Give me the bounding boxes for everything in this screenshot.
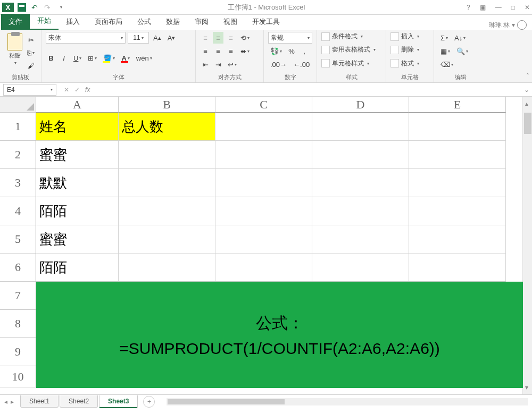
cell-E3[interactable] <box>409 169 506 197</box>
qat-customize-icon[interactable]: ▾ <box>56 3 66 12</box>
increase-decimal-icon[interactable]: .00→ <box>268 59 289 71</box>
merge-icon[interactable]: ⬌▾ <box>238 45 252 57</box>
tab-data[interactable]: 数据 <box>159 14 187 30</box>
expand-formula-bar-icon[interactable]: ⌄ <box>521 86 532 94</box>
tab-developer[interactable]: 开发工具 <box>245 14 287 30</box>
cell-D3[interactable] <box>312 169 409 197</box>
cut-icon[interactable]: ✂ <box>25 34 37 46</box>
vertical-scroll-thumb[interactable] <box>524 113 531 134</box>
font-size-combo[interactable]: 11▾ <box>128 32 149 44</box>
cell-D5[interactable] <box>312 225 409 254</box>
cell-B2[interactable] <box>119 141 215 169</box>
find-select-icon[interactable]: 🔍▾ <box>454 45 470 57</box>
cell-C1[interactable] <box>215 113 312 141</box>
cell-A5[interactable]: 蜜蜜 <box>36 225 119 254</box>
col-header-D[interactable]: D <box>312 97 409 113</box>
bold-button[interactable]: B <box>46 52 56 64</box>
decrease-indent-icon[interactable]: ⇤ <box>200 59 211 71</box>
conditional-formatting-button[interactable]: 条件格式▾ <box>321 32 381 41</box>
italic-button[interactable]: I <box>59 52 69 64</box>
cell-C6[interactable] <box>215 254 312 282</box>
col-header-C[interactable]: C <box>215 97 312 113</box>
sheet-nav-prev-icon[interactable]: ◂ <box>4 398 7 405</box>
align-left-icon[interactable]: ≡ <box>200 45 211 57</box>
align-middle-icon[interactable]: ≡ <box>213 32 223 44</box>
sheet-tab-sheet2[interactable]: Sheet2 <box>60 395 98 408</box>
increase-indent-icon[interactable]: ⇥ <box>213 59 223 71</box>
cell-A6[interactable]: 陌陌 <box>36 254 119 282</box>
tab-review[interactable]: 审阅 <box>187 14 216 30</box>
format-as-table-button[interactable]: 套用表格格式▾ <box>321 45 381 54</box>
cell-E5[interactable] <box>409 225 506 254</box>
sheet-tab-sheet1[interactable]: Sheet1 <box>20 395 59 408</box>
cell-A3[interactable]: 默默 <box>36 169 119 197</box>
row-header-9[interactable]: 9 <box>0 338 36 366</box>
number-format-combo[interactable]: 常规▾ <box>268 32 312 44</box>
tab-view[interactable]: 视图 <box>216 14 245 30</box>
sheet-nav-next-icon[interactable]: ▸ <box>11 398 14 405</box>
help-icon[interactable]: ? <box>467 4 470 11</box>
fill-color-button[interactable]: 🪣▾ <box>101 52 117 64</box>
cell-D1[interactable] <box>312 113 409 141</box>
cancel-formula-icon[interactable]: ✕ <box>64 86 69 94</box>
tab-insert[interactable]: 插入 <box>59 14 87 30</box>
font-name-combo[interactable]: 宋体▾ <box>46 32 126 44</box>
add-sheet-button[interactable]: + <box>143 396 155 408</box>
scroll-up-icon[interactable]: ▴ <box>525 100 528 107</box>
tab-home[interactable]: 开始 <box>30 13 59 30</box>
decrease-font-icon[interactable]: A▾ <box>165 32 178 44</box>
undo-icon[interactable]: ↶ <box>30 3 39 12</box>
increase-font-icon[interactable]: A▴ <box>151 32 163 44</box>
formula-input[interactable] <box>94 84 521 96</box>
row-header-3[interactable]: 3 <box>0 169 36 197</box>
col-header-B[interactable]: B <box>119 97 215 113</box>
collapse-ribbon-icon[interactable]: ˆ <box>527 73 529 80</box>
minimize-icon[interactable]: — <box>495 4 502 11</box>
row-header-8[interactable]: 8 <box>0 310 36 338</box>
cell-A4[interactable]: 陌陌 <box>36 197 119 225</box>
cell-D6[interactable] <box>312 254 409 282</box>
border-button[interactable]: ⊞▾ <box>86 52 99 64</box>
cell-B1[interactable]: 总人数 <box>119 113 215 141</box>
sheet-tab-sheet3[interactable]: Sheet3 <box>99 395 138 408</box>
format-cells-button[interactable]: 格式▾ <box>390 59 429 68</box>
account-user[interactable]: 琳琳 林 ▾ <box>489 20 527 30</box>
cell-D2[interactable] <box>312 141 409 169</box>
col-header-A[interactable]: A <box>36 97 119 113</box>
name-box[interactable]: E4▾ <box>3 84 56 96</box>
cell-E1[interactable] <box>409 113 506 141</box>
vertical-scrollbar[interactable]: ▴ ▾ <box>522 97 532 394</box>
paste-button[interactable]: 粘贴 ▾ <box>4 32 25 67</box>
cell-E6[interactable] <box>409 254 506 282</box>
cell-C4[interactable] <box>215 197 312 225</box>
row-header-10[interactable]: 10 <box>0 366 36 387</box>
row-header-2[interactable]: 2 <box>0 141 36 169</box>
row-header-6[interactable]: 6 <box>0 254 36 282</box>
enter-formula-icon[interactable]: ✓ <box>74 86 80 94</box>
phonetic-button[interactable]: wén▾ <box>134 52 154 64</box>
close-icon[interactable]: ✕ <box>525 4 530 11</box>
format-painter-icon[interactable]: 🖌 <box>25 60 37 71</box>
decrease-decimal-icon[interactable]: ←.00 <box>291 59 312 71</box>
row-header-4[interactable]: 4 <box>0 197 36 225</box>
redo-icon[interactable]: ↷ <box>43 3 52 12</box>
comma-icon[interactable]: , <box>299 45 310 57</box>
cell-C2[interactable] <box>215 141 312 169</box>
accounting-format-icon[interactable]: 💱▾ <box>268 45 284 57</box>
ribbon-options-icon[interactable]: ▣ <box>480 4 486 11</box>
horizontal-scrollbar[interactable] <box>167 398 528 405</box>
sort-filter-icon[interactable]: A↓▾ <box>452 32 468 44</box>
cell-B6[interactable] <box>119 254 215 282</box>
horizontal-scroll-thumb[interactable] <box>168 399 285 404</box>
font-color-button[interactable]: A▾ <box>119 52 131 64</box>
tab-file[interactable]: 文件 <box>1 14 30 30</box>
cell-A1[interactable]: 姓名 <box>36 113 119 141</box>
underline-button[interactable]: U▾ <box>71 52 84 64</box>
col-header-E[interactable]: E <box>409 97 506 113</box>
tab-formulas[interactable]: 公式 <box>130 14 159 30</box>
fill-icon[interactable]: ▦▾ <box>438 45 452 57</box>
cell-E4[interactable] <box>409 197 506 225</box>
row-header-1[interactable]: 1 <box>0 113 36 141</box>
wrap-text-icon[interactable]: ↩▾ <box>226 59 239 71</box>
cell-A2[interactable]: 蜜蜜 <box>36 141 119 169</box>
